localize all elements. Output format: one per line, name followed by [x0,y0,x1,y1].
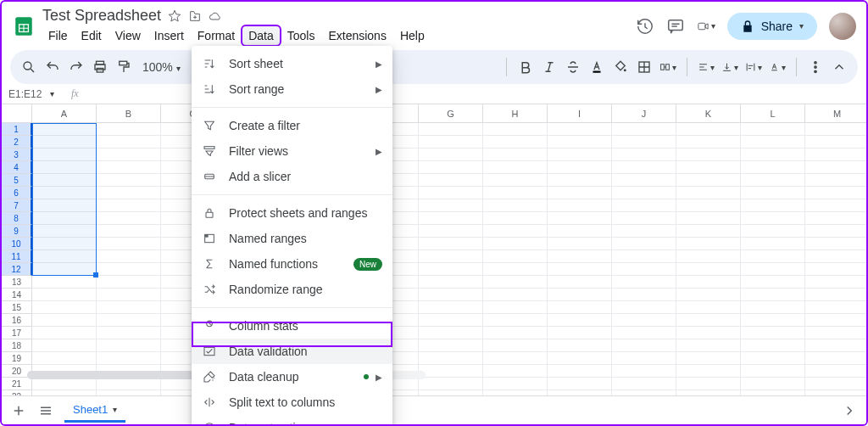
cell[interactable] [676,365,741,378]
cell[interactable] [483,174,548,187]
cell[interactable] [548,301,612,314]
cell[interactable] [612,250,676,263]
cell[interactable] [805,161,866,174]
cell[interactable] [32,123,97,136]
menu-file[interactable]: File [42,26,74,45]
cell[interactable] [676,378,741,390]
cell[interactable] [483,263,548,276]
cell[interactable] [97,339,161,352]
cell[interactable] [676,289,741,301]
cell[interactable] [805,378,866,390]
data-menu-data-validation[interactable]: Data validation [192,339,392,364]
cell[interactable] [805,327,866,339]
cell[interactable] [32,263,97,276]
menu-extensions[interactable]: Extensions [322,26,392,45]
cell[interactable] [805,301,866,314]
cell[interactable] [612,289,676,301]
cell[interactable] [97,149,161,161]
add-sheet-icon[interactable] [10,402,27,419]
data-menu-sort-sheet[interactable]: Sort sheet▶ [192,51,392,76]
cell[interactable] [676,352,741,365]
cell[interactable] [548,365,612,378]
cell[interactable] [483,250,548,263]
vertical-align-icon[interactable]: ▾ [721,59,738,76]
cell[interactable] [676,314,741,327]
cell[interactable] [419,263,483,276]
row-header[interactable]: 21 [2,378,32,390]
row-header[interactable]: 12 [2,263,32,276]
cell[interactable] [548,276,612,289]
star-icon[interactable] [168,9,181,23]
cell[interactable] [548,149,612,161]
cell[interactable] [97,327,161,339]
cell[interactable] [676,149,741,161]
column-header[interactable]: G [419,104,483,123]
cell[interactable] [741,212,805,225]
row-header[interactable]: 13 [2,276,32,289]
text-wrap-icon[interactable]: ▾ [745,59,762,76]
strikethrough-icon[interactable] [565,59,581,76]
cell[interactable] [741,378,805,390]
cell[interactable] [97,136,161,149]
cell[interactable] [548,352,612,365]
cell[interactable] [483,136,548,149]
cell[interactable] [419,212,483,225]
cell[interactable] [805,199,866,212]
cell[interactable] [612,161,676,174]
cell[interactable] [741,199,805,212]
cell[interactable] [612,225,676,238]
cell[interactable] [548,314,612,327]
cell[interactable] [548,187,612,199]
account-avatar[interactable] [829,13,856,40]
menu-help[interactable]: Help [394,26,431,45]
cell[interactable] [548,174,612,187]
move-icon[interactable] [188,9,202,23]
cell[interactable] [548,212,612,225]
text-color-icon[interactable] [588,59,605,76]
column-header[interactable]: J [612,104,676,123]
italic-icon[interactable] [541,59,558,76]
cell[interactable] [97,301,161,314]
row-header[interactable]: 5 [2,174,32,187]
menu-format[interactable]: Format [192,26,241,45]
all-sheets-icon[interactable] [37,402,54,419]
cell[interactable] [32,352,97,365]
cell[interactable] [32,250,97,263]
data-menu-sort-range[interactable]: Sort range▶ [192,76,392,102]
cell[interactable] [676,199,741,212]
bold-icon[interactable] [517,59,534,76]
cell[interactable] [741,123,805,136]
cell[interactable] [32,161,97,174]
cell[interactable] [483,212,548,225]
cell[interactable] [612,352,676,365]
cell[interactable] [419,225,483,238]
cell[interactable] [805,136,866,149]
undo-icon[interactable] [44,59,61,76]
cell[interactable] [805,352,866,365]
cell[interactable] [483,149,548,161]
comments-icon[interactable] [666,17,685,36]
data-menu-column-stats[interactable]: Column stats [192,313,392,339]
cell[interactable] [612,365,676,378]
cell[interactable] [741,174,805,187]
row-header[interactable]: 9 [2,225,32,238]
history-icon[interactable] [636,17,654,36]
data-menu-named-ranges[interactable]: Named ranges [192,226,392,251]
cell[interactable] [548,161,612,174]
cell[interactable] [548,378,612,390]
cell[interactable] [32,136,97,149]
cell[interactable] [419,339,483,352]
row-header[interactable]: 8 [2,212,32,225]
collapse-toolbar-icon[interactable] [831,59,848,76]
column-header[interactable]: L [741,104,805,123]
cell[interactable] [741,149,805,161]
cell[interactable] [612,149,676,161]
print-icon[interactable] [92,59,108,76]
cell[interactable] [805,263,866,276]
cell[interactable] [483,225,548,238]
cell[interactable] [32,212,97,225]
cell[interactable] [676,225,741,238]
cell[interactable] [548,225,612,238]
cell[interactable] [97,250,161,263]
cell[interactable] [741,339,805,352]
